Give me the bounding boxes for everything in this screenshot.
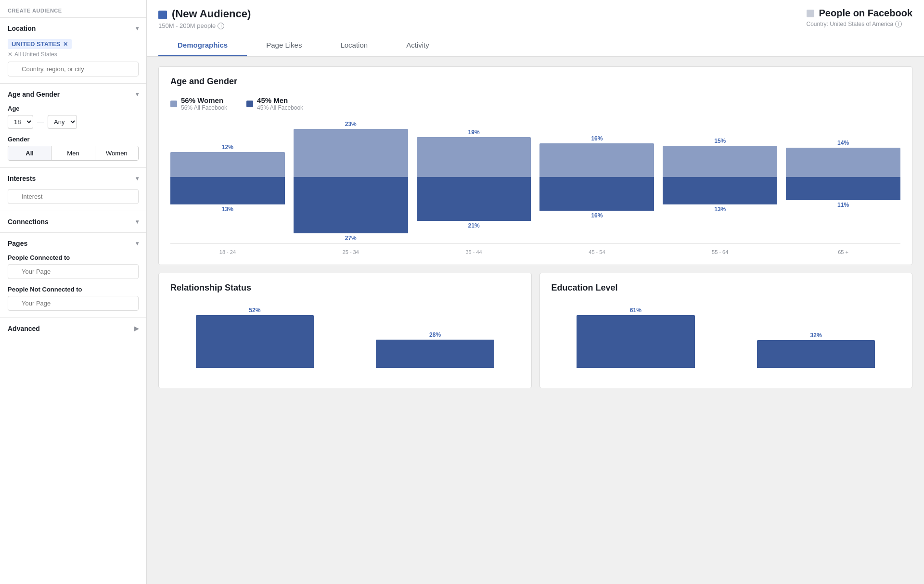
women-bar [539,143,654,177]
men-bar [294,177,408,233]
age-gender-chevron-icon: ▾ [136,91,139,98]
people-connected-input[interactable] [8,264,139,279]
gender-all-button[interactable]: All [8,146,51,160]
men-bar-group: 21% [417,177,531,241]
women-bar-group: 15% [663,121,777,177]
women-bar [663,146,777,177]
tab-activity[interactable]: Activity [387,35,449,56]
education-bar [577,315,695,368]
tab-page-likes[interactable]: Page Likes [247,35,321,56]
men-bar [170,177,285,204]
chart-area: Age and Gender 56% Women 56% All Faceboo… [147,57,924,398]
men-bar-group: 27% [294,177,408,241]
age-labels-row: 18 - 2425 - 3435 - 4445 - 5455 - 6465 + [170,243,900,255]
relationship-card: Relationship Status 52% 28% [158,273,532,388]
interests-section: Interests ▾ 🔍 [0,167,146,211]
interests-header[interactable]: Interests ▾ [0,168,146,189]
interest-input[interactable] [8,189,139,204]
comparison-info: People on Facebook Country: United State… [807,8,912,27]
people-not-connected-input-wrapper: 🔍 [8,296,139,311]
connections-header[interactable]: Connections ▾ [0,211,146,232]
age-label: 45 - 54 [539,247,654,255]
women-bar-group: 16% [539,121,654,177]
gender-men-button[interactable]: Men [51,146,95,160]
audience-size-text: 150M - 200M people [158,22,216,29]
women-bar-pct: 23% [345,121,357,127]
comparison-sub: Country: United States of America i [807,21,902,27]
people-not-connected-label: People Not Connected to [8,286,139,293]
bottom-charts-row: Relationship Status 52% 28% Education Le… [158,273,912,388]
relationship-bar-group: 52% [170,307,339,368]
age-gender-header[interactable]: Age and Gender ▾ [0,84,146,105]
comparison-name-row: People on Facebook [807,8,912,19]
tab-location[interactable]: Location [321,35,387,56]
location-subtitle: ✕ All United States [8,51,139,58]
legend-men-color [246,101,253,107]
relationship-bar-group: 28% [351,331,520,368]
education-bar-chart: 61% 32% [552,301,901,368]
education-bar-group: 61% [552,307,720,368]
relationship-chart-title: Relationship Status [170,283,520,293]
legend-women-pct-label: 56% Women [181,96,227,104]
age-gender-section: Age and Gender ▾ Age 18212535455565 — An… [0,83,146,167]
comparison-info-icon[interactable]: i [895,21,902,27]
connections-chevron-icon: ▾ [136,218,139,225]
education-bar-pct: 61% [630,307,642,314]
men-bar-pct: 16% [591,212,603,219]
people-not-connected-input[interactable] [8,296,139,311]
audience-color-indicator [158,11,167,19]
pages-label: Pages [8,240,27,247]
interests-label: Interests [8,175,36,182]
people-connected-input-wrapper: 🔍 [8,264,139,279]
remove-location-icon[interactable]: ✕ [8,51,13,58]
education-bar-group: 32% [732,332,900,368]
audience-info: (New Audience) 150M - 200M people i [158,8,251,29]
age-gender-content: Age 18212535455565 — Any243444546465+ Ge… [0,105,146,167]
age-gender-label: Age and Gender [8,90,60,98]
sidebar-title: CREATE AUDIENCE [0,0,146,17]
women-bar-pct: 12% [222,144,233,151]
advanced-label: Advanced [8,325,40,332]
comparison-color-indicator [807,10,814,17]
gender-women-button[interactable]: Women [95,146,138,160]
women-bar-group: 23% [294,121,408,177]
education-bar-pct: 32% [810,332,822,339]
interest-input-wrapper: 🔍 [8,189,139,204]
connections-section: Connections ▾ [0,211,146,232]
men-bar-group: 13% [663,177,777,241]
age-to-select[interactable]: Any243444546465+ [48,115,77,129]
pages-chevron-icon: ▾ [136,240,139,247]
pages-header[interactable]: Pages ▾ [0,233,146,254]
location-chevron-icon: ▾ [136,25,139,32]
women-bar [786,148,900,177]
legend-women-text: 56% Women 56% All Facebook [181,96,227,111]
women-bar [417,137,531,177]
women-bar-pct: 15% [714,138,726,144]
remove-country-icon[interactable]: ✕ [63,41,68,48]
location-input[interactable] [8,62,139,76]
women-bar [170,152,285,177]
age-from-select[interactable]: 18212535455565 [8,115,33,129]
advanced-section[interactable]: Advanced ▶ [0,317,146,339]
audience-info-icon[interactable]: i [218,23,224,29]
men-bar-group: 13% [170,177,285,241]
women-bar-group: 19% [417,121,531,177]
men-bar-pct: 27% [345,235,357,241]
relationship-bar [376,340,494,368]
age-label: 65 + [786,247,900,255]
location-section-header[interactable]: Location ▾ [0,18,146,39]
interests-chevron-icon: ▾ [136,175,139,182]
education-card: Education Level 61% 32% [539,273,913,388]
connections-label: Connections [8,218,49,226]
relationship-bar-pct: 28% [429,331,441,338]
location-input-wrapper: + [8,62,139,76]
relationship-bar-chart: 52% 28% [170,301,520,368]
comparison-sub-text: Country: United States of America [807,21,894,27]
age-dash: — [37,118,44,126]
location-section: Location ▾ UNITED STATES ✕ ✕ All United … [0,17,146,83]
gender-buttons: All Men Women [8,146,139,161]
legend-men-text: 45% Men 45% All Facebook [257,96,303,111]
relationship-bar [196,315,314,368]
men-bar-pct: 13% [714,206,726,213]
tab-demographics[interactable]: Demographics [158,35,247,56]
